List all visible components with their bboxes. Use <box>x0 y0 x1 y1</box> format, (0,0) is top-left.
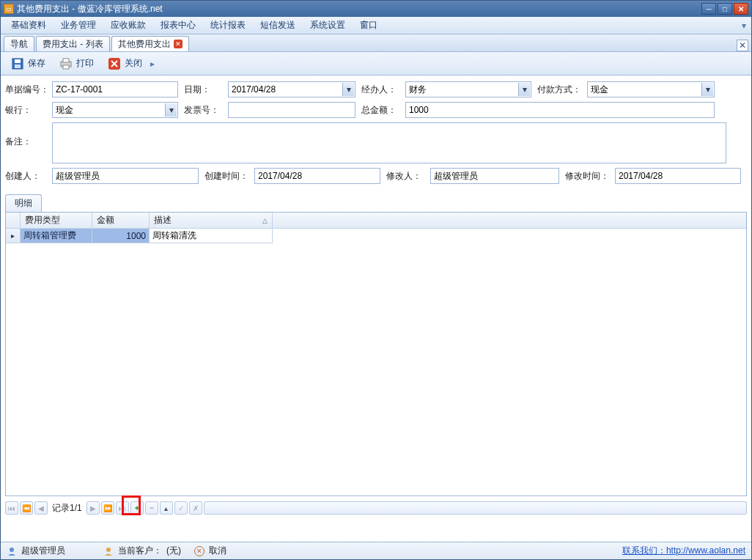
handler-combo[interactable]: 财务 ▾ <box>405 81 531 97</box>
label-bank: 银行： <box>5 104 52 117</box>
created-at-input <box>254 168 380 184</box>
detail-tabstrip: 明细 <box>1 191 751 212</box>
window-buttons: ─ □ ✕ <box>701 3 748 15</box>
menu-receivables[interactable]: 应收账款 <box>103 17 153 34</box>
label-remark: 备注： <box>5 122 52 148</box>
app-icon: ▭ <box>4 4 14 14</box>
status-user: 超级管理员 <box>21 545 65 557</box>
svg-point-8 <box>106 548 111 552</box>
minimize-button[interactable]: ─ <box>701 3 716 15</box>
nav-ok-button[interactable]: ✓ <box>174 501 188 515</box>
label-docno: 单据编号： <box>5 84 52 96</box>
grid-indicator-header <box>6 213 21 228</box>
app-window: ▭ 其他费用支出 - 傲蓝冷库管理系统.net ─ □ ✕ 基础资料 业务管理 … <box>0 0 752 560</box>
svg-point-7 <box>10 548 14 552</box>
label-modifier: 修改人： <box>386 170 430 183</box>
menu-sms[interactable]: 短信发送 <box>253 17 303 34</box>
invoice-input[interactable] <box>228 102 355 118</box>
tab-navigation[interactable]: 导航 <box>4 36 34 51</box>
label-creator: 创建人： <box>5 170 52 183</box>
table-row[interactable]: ▸ 周转箱管理费 1000 周转箱清洗 <box>6 229 746 243</box>
col-description[interactable]: 描述 <box>150 213 273 228</box>
nav-cancel-button[interactable]: ✗ <box>189 501 202 515</box>
docno-input[interactable] <box>52 81 178 97</box>
nav-edit-button[interactable]: ▴ <box>160 501 173 515</box>
label-invoice: 发票号： <box>184 104 228 117</box>
cell-description[interactable]: 周转箱清洗 <box>150 229 273 243</box>
close-document-button[interactable]: 关闭 <box>102 54 147 73</box>
nav-prev-button[interactable]: ◀ <box>34 501 48 515</box>
pay-combo[interactable]: 现金 ▾ <box>587 81 715 97</box>
chevron-down-icon[interactable]: ▾ <box>701 83 713 96</box>
menu-reports[interactable]: 报表中心 <box>153 17 203 34</box>
label-date: 日期： <box>184 84 228 96</box>
nav-first-button[interactable]: ⏮ <box>5 501 18 515</box>
customer-icon <box>103 546 114 556</box>
menu-basic-data[interactable]: 基础资料 <box>4 17 54 34</box>
status-customer-label: 当前客户： <box>118 545 162 557</box>
modifier-input <box>430 168 559 184</box>
nav-last-button[interactable]: ⏭ <box>116 501 129 515</box>
chevron-down-icon[interactable]: ▾ <box>342 83 354 96</box>
status-customer: (无) <box>166 545 181 557</box>
contact-link[interactable]: 联系我们：http://www.aolan.net <box>622 545 745 557</box>
svg-rect-5 <box>63 65 69 69</box>
print-icon <box>59 56 73 71</box>
status-cancel[interactable]: 取消 <box>209 545 226 557</box>
creator-input <box>52 168 199 184</box>
toolbar: 保存 打印 关闭 ▸ <box>1 52 751 75</box>
label-handler: 经办人： <box>361 84 405 96</box>
nav-spacer <box>204 501 747 515</box>
window-title: 其他费用支出 - 傲蓝冷库管理系统.net <box>17 3 701 15</box>
bank-combo[interactable]: 现金 ▾ <box>52 102 178 118</box>
nav-next-page-button[interactable]: ⏩ <box>101 501 114 515</box>
status-bar: 超级管理员 当前客户： (无) ✕ 取消 联系我们：http://www.aol… <box>1 542 751 559</box>
remark-textarea[interactable] <box>52 122 726 163</box>
tab-other-expense[interactable]: 其他费用支出 ✕ <box>111 36 189 51</box>
save-icon <box>10 56 25 71</box>
label-created-at: 创建时间： <box>204 170 254 183</box>
detail-grid: 费用类型 金额 描述 ▸ 周转箱管理费 1000 周转箱清洗 <box>5 212 747 496</box>
svg-rect-1 <box>15 59 21 63</box>
date-picker[interactable]: 2017/04/28 ▾ <box>228 81 355 97</box>
save-button[interactable]: 保存 <box>5 54 51 73</box>
cancel-icon[interactable]: ✕ <box>194 546 204 556</box>
tab-expense-list[interactable]: 费用支出 - 列表 <box>36 36 110 51</box>
row-indicator-icon: ▸ <box>6 229 21 243</box>
nav-add-button[interactable]: ＋ <box>130 501 144 515</box>
maximize-button[interactable]: □ <box>718 3 732 15</box>
menu-statistics[interactable]: 统计报表 <box>203 17 253 34</box>
menu-overflow-icon[interactable]: ▾ <box>740 17 748 34</box>
cell-amount[interactable]: 1000 <box>92 229 150 243</box>
grid-body[interactable]: ▸ 周转箱管理费 1000 周转箱清洗 <box>6 229 746 495</box>
form-area: 单据编号： 日期： 2017/04/28 ▾ 经办人： 财务 ▾ 付款方式： 现… <box>1 75 751 191</box>
print-button[interactable]: 打印 <box>54 54 99 73</box>
col-expense-type[interactable]: 费用类型 <box>21 213 92 228</box>
close-button[interactable]: ✕ <box>734 3 748 15</box>
cell-expense-type[interactable]: 周转箱管理费 <box>21 229 92 243</box>
svg-rect-2 <box>15 65 21 68</box>
title-bar: ▭ 其他费用支出 - 傲蓝冷库管理系统.net ─ □ ✕ <box>1 1 751 17</box>
chevron-down-icon[interactable]: ▾ <box>518 83 530 96</box>
modified-at-input <box>615 168 741 184</box>
nav-prev-page-button[interactable]: ⏪ <box>20 501 33 515</box>
toolbar-overflow-icon[interactable]: ▸ <box>150 59 158 69</box>
record-navigator: ⏮ ⏪ ◀ 记录1/1 ▶ ⏩ ⏭ ＋ － ▴ ✓ ✗ <box>5 499 747 517</box>
label-modified-at: 修改时间： <box>565 170 615 183</box>
label-pay: 付款方式： <box>537 84 587 96</box>
nav-next-button[interactable]: ▶ <box>86 501 100 515</box>
close-icon <box>107 56 122 71</box>
menu-settings[interactable]: 系统设置 <box>303 17 353 34</box>
user-icon <box>7 546 17 556</box>
tabs-close-all-button[interactable]: ✕ <box>737 40 748 51</box>
total-input[interactable] <box>405 102 715 118</box>
label-total: 总金额： <box>361 104 405 117</box>
tab-close-icon[interactable]: ✕ <box>174 40 183 48</box>
col-amount[interactable]: 金额 <box>92 213 150 228</box>
menu-business[interactable]: 业务管理 <box>54 17 103 34</box>
tab-detail[interactable]: 明细 <box>5 194 42 212</box>
menu-window[interactable]: 窗口 <box>353 17 385 34</box>
nav-remove-button[interactable]: － <box>145 501 158 515</box>
chevron-down-icon[interactable]: ▾ <box>165 103 177 117</box>
nav-record-text: 记录1/1 <box>52 502 82 515</box>
